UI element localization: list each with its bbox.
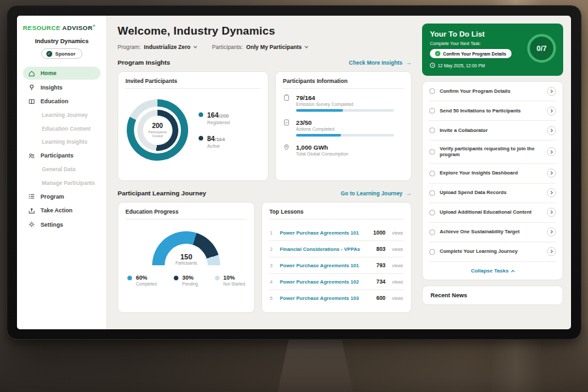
next-task-datetime: 12 May 2025, 12:00 PM (430, 63, 555, 68)
page-title: Welcome, Industry Dynamics (118, 25, 412, 38)
section-title-learning-journey: Participant Learning Journey (118, 189, 206, 197)
task-checkbox[interactable] (429, 229, 435, 235)
task-checkbox[interactable] (429, 171, 435, 176)
chevron-right-icon[interactable] (547, 87, 556, 96)
participants-filter-label: Participants: (212, 44, 243, 50)
chevron-right-icon[interactable] (547, 169, 556, 178)
actions-icon (283, 119, 290, 126)
task-list: Confirm Your Program Details Send 50 Inv… (422, 81, 563, 280)
card-title: Education Progress (125, 208, 247, 220)
participants-filter-dropdown[interactable]: Participants: Only My Participants (212, 44, 308, 50)
lesson-link[interactable]: Financial Considerations - VPPAs (280, 246, 372, 252)
sidebar-nav: Home Insights Education Learning Journey (23, 67, 101, 232)
task-checkbox[interactable] (429, 127, 435, 133)
invited-legend: 164/200 Registered 84/164 Active (199, 111, 230, 149)
chevron-right-icon[interactable] (547, 188, 556, 197)
legend-dot-active (199, 136, 203, 140)
info-row-actions: 23/50 Actions Completed (283, 119, 404, 137)
sidebar-item-general-data[interactable]: General Data (23, 163, 101, 176)
sidebar-item-manage-participants[interactable]: Manage Participants (23, 176, 101, 189)
education-legend: 60% Completed 30% Pending (125, 274, 247, 286)
lesson-link[interactable]: Power Purchase Agreements 101 (280, 263, 372, 269)
actions-progress-fill (296, 134, 341, 137)
home-icon (28, 70, 35, 77)
action-icon (28, 207, 35, 214)
lesson-link[interactable]: Power Purchase Agreements 102 (280, 279, 372, 285)
todo-card: Your To Do List Complete Your Next Task:… (422, 24, 563, 76)
sidebar-item-learning-journey[interactable]: Learning Journey (23, 109, 101, 122)
sidebar-item-insights[interactable]: Insights (23, 81, 101, 94)
info-row-consumption: 1,000 GWh Total Global Consumption (283, 144, 404, 156)
lesson-link[interactable]: Power Purchase Agreements 103 (280, 295, 372, 301)
participants-information-card: Participants Information 79/164 Emission… (275, 71, 412, 181)
program-filter-value: Industrialize Zero (144, 44, 190, 50)
task-row[interactable]: Confirm Your Program Details (429, 82, 556, 101)
education-gauge-center: 150 Participants (152, 253, 220, 265)
photo-background: RESOURCE ADVISOR+ Industry Dynamics Spon… (0, 0, 588, 392)
people-icon (28, 152, 35, 159)
chevron-right-icon[interactable] (547, 247, 556, 256)
chevron-right-icon[interactable] (547, 227, 556, 237)
task-checkbox[interactable] (429, 108, 435, 114)
card-title: Top Lessons (269, 208, 404, 220)
task-row[interactable]: Complete Your Learning Journey (429, 242, 556, 262)
recent-news-title: Recent News (431, 292, 555, 299)
task-checkbox[interactable] (429, 88, 435, 94)
sidebar-item-take-action[interactable]: Take Action (23, 204, 101, 217)
legend-registered: 164/200 Registered (199, 111, 230, 125)
sidebar-item-education[interactable]: Education (23, 95, 101, 108)
sidebar-item-program[interactable]: Program (23, 190, 101, 203)
legend-dot-not-started (215, 276, 220, 280)
participants-filter-value: Only My Participants (246, 44, 302, 50)
logo-plus: + (93, 24, 96, 28)
task-checkbox[interactable] (429, 149, 435, 155)
lesson-row: 2 Financial Considerations - VPPAs 803vi… (269, 241, 404, 257)
task-checkbox[interactable] (429, 210, 435, 216)
chevron-down-icon (193, 44, 197, 48)
sponsor-label: Sponsor (56, 51, 76, 57)
sidebar-item-settings[interactable]: Settings (23, 218, 101, 231)
invited-donut-outer-ring: 200 Participants Invited (127, 99, 188, 161)
task-row[interactable]: Upload Spend Data Records (429, 184, 556, 203)
chevron-right-icon[interactable] (547, 147, 556, 156)
logo-resource: RESOURCE (23, 24, 62, 31)
todo-progress-ring: 0/7 (527, 34, 556, 63)
check-more-insights-link[interactable]: Check More Insights (349, 59, 412, 66)
task-row[interactable]: Explore Your Insights Dashboard (429, 164, 556, 184)
legend-completed: 60% Completed (127, 274, 157, 286)
chevron-right-icon[interactable] (547, 106, 556, 116)
sidebar-item-participants[interactable]: Participants (23, 149, 101, 162)
sidebar: RESOURCE ADVISOR+ Industry Dynamics Spon… (17, 16, 107, 329)
consumption-pin-icon (283, 144, 290, 151)
sidebar-item-learning-insights[interactable]: Learning Insights (23, 136, 101, 148)
task-checkbox[interactable] (429, 190, 435, 196)
clock-icon (430, 63, 435, 68)
next-task-pill[interactable]: Confirm Your Program Details (430, 49, 512, 58)
lesson-link[interactable]: Power Purchase Agreements 101 (280, 230, 368, 236)
task-row[interactable]: Verify participants requesting to join t… (429, 140, 556, 164)
task-row[interactable]: Upload Additional Educational Content (429, 203, 556, 223)
task-row[interactable]: Achieve One Sustainability Target (429, 223, 556, 242)
check-circle-icon (435, 51, 440, 56)
app-logo: RESOURCE ADVISOR+ (23, 24, 101, 31)
task-row[interactable]: Invite a Collaborator (429, 121, 556, 140)
learning-journey-cards: Education Progress 150 Participants (118, 202, 412, 313)
sponsor-badge[interactable]: Sponsor (41, 48, 83, 59)
go-to-learning-journey-link[interactable]: Go to Learning Journey (341, 189, 412, 197)
program-filter-dropdown[interactable]: Program: Industrialize Zero (118, 44, 197, 50)
lesson-row: 5 Power Purchase Agreements 103 600views (269, 290, 404, 306)
chevron-down-icon (304, 44, 308, 48)
monitor-stand (278, 335, 353, 392)
main-content: Welcome, Industry Dynamics Program: Indu… (107, 16, 419, 329)
legend-dot-registered (199, 112, 203, 117)
task-row[interactable]: Send 50 Invitations to Participants (429, 101, 556, 121)
chevron-right-icon[interactable] (547, 208, 556, 217)
sidebar-item-education-content[interactable]: Education Content (23, 122, 101, 135)
sidebar-item-home[interactable]: Home (23, 67, 101, 80)
learning-journey-header: Participant Learning Journey Go to Learn… (118, 189, 412, 197)
task-checkbox[interactable] (429, 249, 435, 255)
collapse-tasks-button[interactable]: Collapse Tasks (429, 262, 556, 280)
lightbulb-icon (28, 84, 35, 91)
chevron-right-icon[interactable] (547, 126, 556, 135)
arrow-right-icon (405, 59, 412, 66)
